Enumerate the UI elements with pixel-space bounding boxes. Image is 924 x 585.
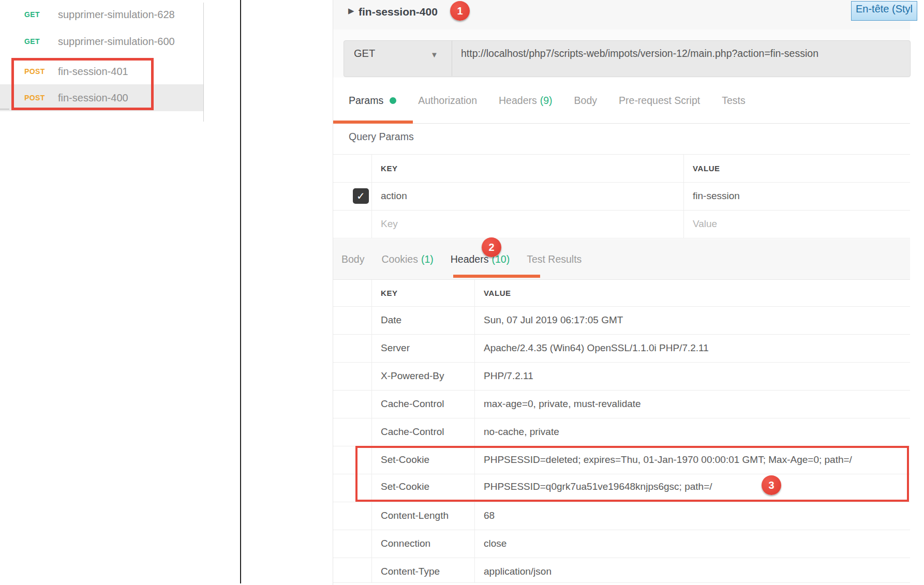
divider bbox=[333, 362, 910, 363]
tab-prerequest-script[interactable]: Pre-request Script bbox=[619, 95, 700, 107]
header-style-tooltip: En-tête (Styl bbox=[851, 1, 917, 21]
qp-key-cell[interactable]: action bbox=[381, 190, 407, 202]
history-item[interactable]: GET supprimer-simulation-628 bbox=[0, 1, 203, 28]
header-value: no-cache, private bbox=[484, 426, 559, 438]
annotation-red-box-sidebar bbox=[11, 58, 154, 110]
resp-tab-test-results[interactable]: Test Results bbox=[527, 253, 582, 265]
history-item-label: supprimer-simulation-600 bbox=[58, 36, 175, 48]
request-panel: ▶ fin-session-400 1 GET ▼ http://localho… bbox=[333, 0, 910, 585]
resp-tab-body[interactable]: Body bbox=[341, 253, 364, 265]
qp-key-placeholder[interactable]: Key bbox=[381, 218, 398, 230]
tab-body[interactable]: Body bbox=[574, 95, 597, 107]
divider bbox=[333, 558, 910, 558]
active-tab-underline bbox=[453, 275, 540, 278]
resp-col-value: VALUE bbox=[484, 289, 511, 297]
header-key: X-Powered-By bbox=[381, 370, 444, 382]
checkbox-checked-icon[interactable]: ✓ bbox=[353, 188, 369, 204]
collapse-caret-icon[interactable]: ▶ bbox=[348, 6, 354, 16]
qp-value-cell[interactable]: fin-session bbox=[693, 190, 740, 202]
app-window: GET supprimer-simulation-628 GET supprim… bbox=[0, 0, 924, 585]
divider bbox=[333, 390, 910, 391]
tab-headers[interactable]: Headers(9) bbox=[499, 95, 553, 107]
divider bbox=[333, 334, 910, 335]
divider bbox=[333, 182, 910, 183]
header-key: Cache-Control bbox=[381, 398, 444, 410]
resp-tab-cookies[interactable]: Cookies(1) bbox=[381, 253, 433, 265]
history-item-label: supprimer-simulation-628 bbox=[58, 9, 175, 21]
resp-col-key: KEY bbox=[381, 289, 398, 297]
header-value: Apache/2.4.35 (Win64) OpenSSL/1.1.0i PHP… bbox=[484, 342, 709, 354]
divider bbox=[683, 154, 684, 238]
header-key: Content-Length bbox=[381, 510, 449, 521]
header-value: close bbox=[484, 538, 506, 549]
divider bbox=[333, 238, 910, 238]
divider bbox=[371, 154, 372, 238]
divider bbox=[333, 154, 910, 155]
tab-params[interactable]: Params bbox=[349, 95, 396, 107]
tab-authorization[interactable]: Authorization bbox=[418, 95, 477, 107]
vertical-divider bbox=[240, 0, 241, 583]
method-dropdown-label: GET bbox=[354, 48, 375, 59]
resp-tab-headers[interactable]: Headers(10) bbox=[451, 253, 510, 265]
annotation-red-box-setcookie bbox=[355, 446, 909, 502]
query-params-title: Query Params bbox=[349, 131, 414, 143]
annotation-circle-1: 1 bbox=[450, 1, 470, 21]
method-badge: GET bbox=[0, 37, 58, 46]
header-value: PHP/7.2.11 bbox=[484, 370, 533, 382]
header-value: 68 bbox=[484, 510, 495, 521]
params-active-dot-icon bbox=[390, 97, 396, 104]
header-key: Server bbox=[381, 342, 410, 354]
header-key: Date bbox=[381, 314, 401, 326]
divider bbox=[371, 280, 372, 582]
divider bbox=[333, 418, 910, 418]
sidebar-border bbox=[203, 3, 204, 122]
header-key: Connection bbox=[381, 538, 430, 549]
active-tab-underline bbox=[333, 121, 413, 124]
tab-tests[interactable]: Tests bbox=[722, 95, 746, 107]
divider bbox=[0, 109, 9, 110]
url-input[interactable]: http://localhost/php7/scripts-web/impots… bbox=[461, 48, 818, 59]
annotation-circle-2: 2 bbox=[482, 237, 501, 257]
header-value: application/json bbox=[484, 566, 552, 577]
header-value: max-age=0, private, must-revalidate bbox=[484, 398, 641, 410]
qp-col-value: VALUE bbox=[693, 164, 720, 173]
request-tabs: Params Authorization Headers(9) Body Pre… bbox=[349, 78, 910, 124]
header-key: Cache-Control bbox=[381, 426, 444, 438]
annotation-circle-3: 3 bbox=[762, 475, 781, 495]
divider bbox=[333, 530, 910, 530]
request-title: fin-session-400 bbox=[359, 6, 438, 18]
history-item[interactable]: GET supprimer-simulation-600 bbox=[0, 28, 203, 55]
divider bbox=[333, 306, 910, 307]
divider bbox=[333, 210, 910, 211]
divider bbox=[333, 123, 910, 124]
divider bbox=[333, 502, 910, 502]
header-value: Sun, 07 Jul 2019 06:17:05 GMT bbox=[484, 314, 623, 326]
qp-col-key: KEY bbox=[381, 164, 398, 173]
header-key: Content-Type bbox=[381, 566, 440, 577]
method-badge: GET bbox=[0, 10, 58, 19]
response-tabs: Body Cookies(1) Headers(10) Test Results bbox=[341, 239, 582, 279]
divider bbox=[474, 280, 475, 582]
chevron-down-icon: ▼ bbox=[430, 50, 438, 59]
qp-value-placeholder[interactable]: Value bbox=[693, 218, 717, 230]
divider bbox=[333, 582, 910, 583]
